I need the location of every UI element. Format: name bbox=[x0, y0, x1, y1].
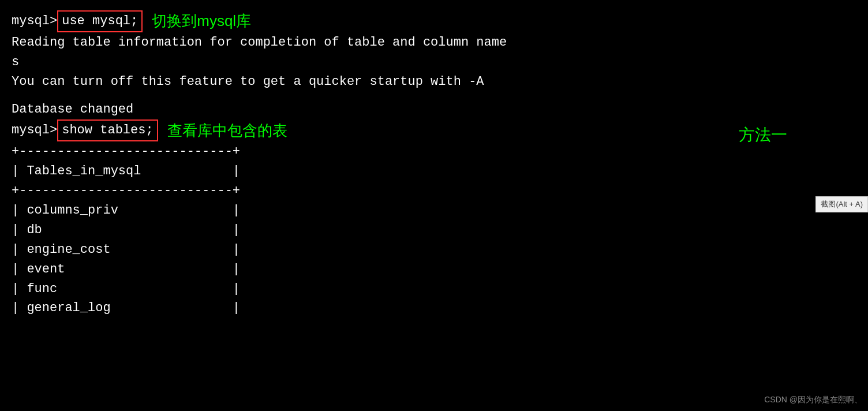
table-row-text-3: | engine_cost | bbox=[12, 242, 240, 257]
reading-text-s: s bbox=[12, 55, 19, 69]
table-sep-text-2: +----------------------------+ bbox=[12, 184, 240, 198]
table-sep-1: +----------------------------+ bbox=[12, 143, 856, 161]
table-row-text-1: | columns_priv | bbox=[12, 203, 240, 218]
table-row-text-4: | event | bbox=[12, 262, 240, 277]
screenshot-button[interactable]: 截图(Alt + A) bbox=[815, 196, 868, 212]
table-row-text-6: | general_log | bbox=[12, 301, 240, 315]
annotation-show-tables: 查看库中包含的表 bbox=[167, 120, 287, 142]
table-row-text-2: | db | bbox=[12, 223, 240, 237]
reading-line-cont: s bbox=[12, 53, 856, 72]
use-mysql-cmd: use mysql; bbox=[57, 10, 143, 32]
fangfa-annotation: 方法一 bbox=[739, 124, 787, 146]
reading-text: Reading table information for completion… bbox=[12, 35, 507, 50]
prompt-2: mysql> bbox=[12, 121, 57, 140]
csdn-watermark: CSDN @因为你是在熙啊、 bbox=[764, 395, 862, 405]
table-row-5: | func | bbox=[12, 280, 856, 298]
table-row-2: | db | bbox=[12, 221, 856, 240]
table-row-4: | event | bbox=[12, 260, 856, 279]
terminal: mysql> use mysql; 切换到mysql库 Reading tabl… bbox=[0, 0, 868, 329]
table-sep-text-1: +----------------------------+ bbox=[12, 144, 240, 159]
annotation-use-mysql: 切换到mysql库 bbox=[152, 10, 251, 32]
table-header-row: | Tables_in_mysql | bbox=[12, 162, 856, 181]
you-line: You can turn off this feature to get a q… bbox=[12, 73, 856, 91]
table-row-text-5: | func | bbox=[12, 282, 240, 296]
prompt-1: mysql> bbox=[12, 12, 57, 31]
show-tables-cmd: show tables; bbox=[57, 119, 158, 141]
command-line-2: mysql> show tables; 查看库中包含的表 bbox=[12, 119, 856, 141]
fangfa-text: 方法一 bbox=[739, 126, 787, 144]
db-changed-line: Database changed bbox=[12, 100, 856, 119]
you-text: You can turn off this feature to get a q… bbox=[12, 74, 484, 89]
table-sep-2: +----------------------------+ bbox=[12, 182, 856, 200]
db-changed-text: Database changed bbox=[12, 102, 133, 117]
table-row-1: | columns_priv | bbox=[12, 201, 856, 220]
command-line-1: mysql> use mysql; 切换到mysql库 bbox=[12, 10, 856, 32]
table-row-6: | general_log | bbox=[12, 299, 856, 317]
reading-line: Reading table information for completion… bbox=[12, 33, 856, 52]
table-row-3: | engine_cost | bbox=[12, 241, 856, 259]
table-header-text: | Tables_in_mysql | bbox=[12, 164, 240, 178]
